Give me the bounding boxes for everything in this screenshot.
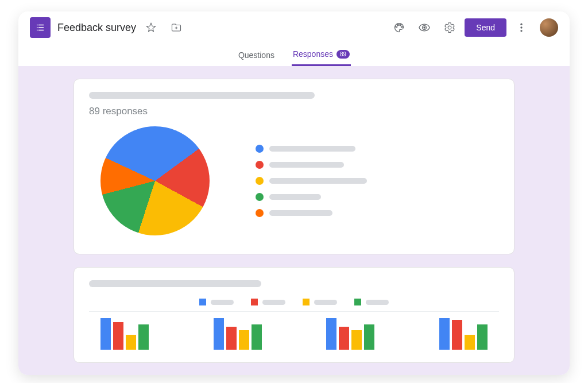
legend-label-placeholder — [269, 162, 344, 168]
legend-label-placeholder — [366, 300, 389, 305]
bar — [126, 335, 136, 350]
bar-cluster — [326, 318, 374, 350]
legend-dot-icon — [256, 209, 264, 217]
legend-label-placeholder — [269, 194, 321, 200]
bar — [252, 324, 262, 350]
account-avatar[interactable] — [540, 18, 558, 37]
legend-item — [256, 161, 367, 169]
legend-square-icon — [251, 299, 258, 305]
bar — [226, 327, 237, 350]
bar — [100, 318, 111, 350]
legend-item — [256, 209, 367, 217]
bar — [113, 322, 123, 350]
legend-label-placeholder — [269, 178, 367, 184]
bar — [239, 330, 249, 350]
tab-responses-label: Responses — [293, 49, 333, 59]
legend-square-icon — [354, 299, 361, 305]
star-icon[interactable] — [141, 17, 161, 38]
bar-axis-line — [89, 311, 499, 312]
document-title[interactable]: Feedback survey — [57, 22, 136, 34]
bar — [326, 318, 336, 350]
summary-card-pie: 89 responses — [74, 79, 514, 254]
move-to-folder-icon[interactable] — [166, 17, 187, 38]
bar-chart — [89, 315, 499, 350]
bar-cluster — [439, 318, 488, 350]
question-title-placeholder — [89, 280, 261, 287]
bar-cluster — [214, 318, 262, 350]
bar-chart-legend — [89, 299, 499, 305]
responses-canvas: 89 responses — [18, 66, 570, 375]
bar — [364, 324, 374, 350]
legend-item — [256, 193, 367, 201]
legend-square-icon — [199, 299, 206, 305]
forms-app-icon[interactable] — [30, 17, 51, 38]
svg-point-3 — [520, 30, 522, 32]
bar-legend-item — [303, 299, 337, 305]
send-button[interactable]: Send — [465, 18, 506, 37]
summary-card-bar — [74, 267, 514, 363]
bar — [465, 335, 475, 350]
legend-label-placeholder — [262, 300, 285, 305]
bar-cluster — [100, 318, 149, 350]
legend-square-icon — [303, 299, 310, 305]
more-vert-icon[interactable] — [511, 17, 532, 38]
bar — [452, 320, 462, 350]
bar-legend-item — [251, 299, 285, 305]
legend-dot-icon — [256, 145, 264, 153]
svg-point-1 — [520, 24, 522, 25]
settings-gear-icon[interactable] — [439, 17, 460, 38]
legend-item — [256, 145, 367, 153]
header-bar: Feedback survey Send — [18, 11, 570, 44]
legend-label-placeholder — [269, 210, 332, 216]
legend-dot-icon — [256, 193, 264, 201]
bar — [351, 330, 362, 350]
legend-dot-icon — [256, 161, 264, 169]
legend-dot-icon — [256, 177, 264, 185]
pie-legend — [256, 145, 367, 217]
bar — [439, 318, 450, 350]
svg-point-2 — [520, 26, 522, 28]
question-title-placeholder — [89, 92, 315, 99]
tab-responses[interactable]: Responses 89 — [292, 44, 351, 66]
bar-legend-item — [199, 299, 234, 305]
bar — [214, 318, 224, 350]
responses-count-badge: 89 — [336, 50, 350, 59]
preview-eye-icon[interactable] — [414, 17, 435, 38]
bar — [339, 327, 349, 350]
tab-bar: Questions Responses 89 — [18, 44, 570, 66]
app-window: Feedback survey Send Questions Responses… — [18, 11, 570, 375]
svg-point-0 — [424, 26, 425, 28]
bar — [477, 324, 488, 350]
tab-questions[interactable]: Questions — [237, 44, 276, 66]
legend-label-placeholder — [314, 300, 337, 305]
palette-icon[interactable] — [389, 17, 409, 38]
responses-count-label: 89 responses — [89, 106, 499, 117]
legend-label-placeholder — [269, 146, 355, 152]
pie-chart — [100, 126, 210, 235]
bar-legend-item — [354, 299, 389, 305]
bar — [138, 324, 149, 350]
legend-label-placeholder — [211, 300, 234, 305]
legend-item — [256, 177, 367, 185]
